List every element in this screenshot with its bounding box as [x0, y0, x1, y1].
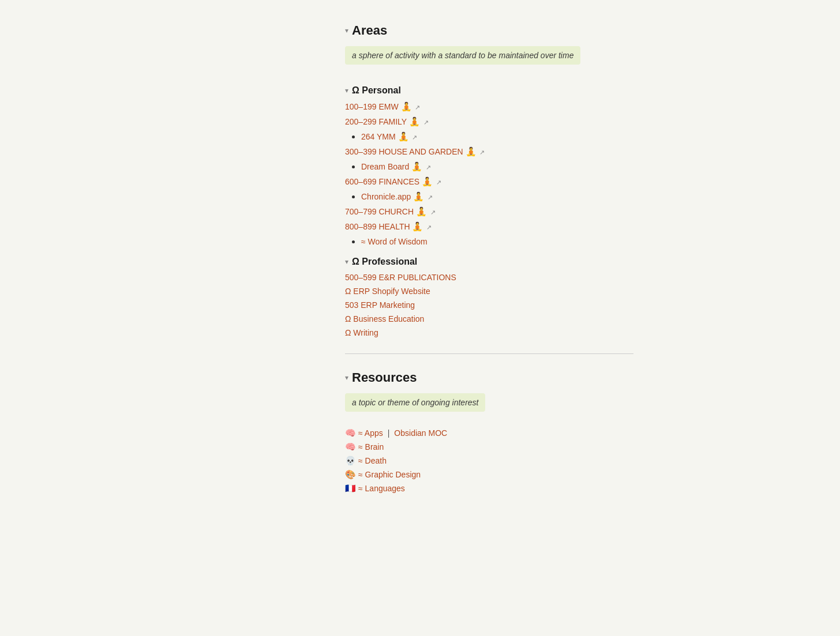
- external-300: ↗: [479, 149, 485, 156]
- resource-death: 💀 ≈ Death: [345, 456, 633, 466]
- link-264-ymm[interactable]: 264 YMM 🧘 ↗: [361, 132, 417, 141]
- resources-definition: a topic or theme of ongoing interest: [345, 393, 485, 412]
- personal-header: ▾ Ω Personal: [345, 85, 633, 96]
- professional-header: ▾ Ω Professional: [345, 257, 633, 267]
- list-item-word-of-wisdom: ≈ Word of Wisdom: [361, 236, 633, 246]
- separator-apps: |: [388, 428, 390, 438]
- link-brain[interactable]: ≈ Brain: [358, 442, 384, 451]
- external-200: ↗: [423, 119, 429, 126]
- external-dream: ↗: [426, 164, 431, 171]
- link-languages[interactable]: ≈ Languages: [358, 484, 405, 493]
- resources-links: 🧠 ≈ Apps | Obsidian MOC 🧠 ≈ Brain 💀 ≈ De…: [345, 428, 633, 494]
- emoji-200: 🧘: [409, 116, 420, 126]
- resource-brain: 🧠 ≈ Brain: [345, 442, 633, 452]
- link-apps[interactable]: ≈ Apps: [358, 428, 383, 438]
- external-100: ↗: [415, 104, 420, 111]
- family-children: 264 YMM 🧘 ↗: [345, 131, 633, 142]
- resources-chevron[interactable]: ▾: [345, 374, 348, 382]
- emoji-600: 🧘: [422, 176, 433, 186]
- link-600-699[interactable]: 600–699 FINANCES 🧘 ↗: [345, 176, 633, 187]
- link-business-education[interactable]: Ω Business Education: [345, 314, 633, 323]
- link-200-299[interactable]: 200–299 FAMILY 🧘 ↗: [345, 116, 633, 127]
- resource-apps: 🧠 ≈ Apps | Obsidian MOC: [345, 428, 633, 438]
- external-chronicle: ↗: [427, 194, 433, 201]
- areas-chevron[interactable]: ▾: [345, 27, 348, 35]
- professional-title: Ω Professional: [352, 257, 417, 267]
- emoji-300: 🧘: [466, 146, 477, 156]
- page-container: ▾ Areas a sphere of activity with a stan…: [195, 23, 645, 494]
- garden-children: Dream Board 🧘 ↗: [345, 161, 633, 172]
- list-item-dream-board: Dream Board 🧘 ↗: [361, 161, 633, 172]
- areas-header: ▾ Areas: [345, 23, 633, 38]
- external-600: ↗: [436, 179, 441, 186]
- link-chronicle[interactable]: Chronicle.app 🧘 ↗: [361, 192, 433, 201]
- resource-languages: 🇫🇷 ≈ Languages: [345, 483, 633, 494]
- health-children: ≈ Word of Wisdom: [345, 236, 633, 246]
- link-obsidian-moc[interactable]: Obsidian MOC: [394, 428, 447, 438]
- link-700-799[interactable]: 700–799 CHURCH 🧘 ↗: [345, 206, 633, 217]
- external-700: ↗: [430, 209, 436, 216]
- personal-chevron[interactable]: ▾: [345, 86, 348, 95]
- list-item-chronicle: Chronicle.app 🧘 ↗: [361, 191, 633, 202]
- emoji-800: 🧘: [412, 221, 423, 231]
- personal-title: Ω Personal: [352, 85, 401, 96]
- areas-section: ▾ Areas a sphere of activity with a stan…: [345, 23, 633, 337]
- external-800: ↗: [426, 224, 432, 231]
- finances-children: Chronicle.app 🧘 ↗: [345, 191, 633, 202]
- emoji-700: 🧘: [416, 206, 427, 216]
- link-500-599[interactable]: 500–599 E&R PUBLICATIONS: [345, 273, 633, 282]
- resources-header: ▾ Resources: [345, 370, 633, 385]
- languages-emoji: 🇫🇷: [345, 483, 356, 494]
- link-writing[interactable]: Ω Writing: [345, 328, 633, 337]
- link-800-899[interactable]: 800–899 HEALTH 🧘 ↗: [345, 221, 633, 232]
- professional-chevron[interactable]: ▾: [345, 258, 348, 266]
- areas-definition: a sphere of activity with a standard to …: [345, 46, 580, 65]
- link-erp-shopify[interactable]: Ω ERP Shopify Website: [345, 287, 633, 296]
- death-emoji: 💀: [345, 456, 356, 466]
- section-divider: [345, 353, 633, 354]
- link-word-of-wisdom[interactable]: ≈ Word of Wisdom: [361, 237, 427, 246]
- graphic-design-emoji: 🎨: [345, 469, 356, 480]
- link-graphic-design[interactable]: ≈ Graphic Design: [358, 470, 421, 479]
- resources-title: Resources: [352, 370, 417, 385]
- professional-links: 500–599 E&R PUBLICATIONS Ω ERP Shopify W…: [345, 273, 633, 337]
- link-300-399[interactable]: 300–399 HOUSE AND GARDEN 🧘 ↗: [345, 146, 633, 157]
- brain-emoji: 🧠: [345, 442, 356, 452]
- list-item-264: 264 YMM 🧘 ↗: [361, 131, 633, 142]
- areas-title: Areas: [352, 23, 387, 38]
- link-dream-board[interactable]: Dream Board 🧘 ↗: [361, 162, 431, 171]
- link-death[interactable]: ≈ Death: [358, 456, 387, 465]
- link-503-erp[interactable]: 503 ERP Marketing: [345, 300, 633, 310]
- external-264: ↗: [412, 134, 417, 141]
- resources-section: ▾ Resources a topic or theme of ongoing …: [345, 370, 633, 494]
- apps-emoji: 🧠: [345, 428, 356, 438]
- link-100-199[interactable]: 100–199 EMW 🧘 ↗: [345, 101, 633, 112]
- personal-links: 100–199 EMW 🧘 ↗ 200–299 FAMILY 🧘 ↗ 264 Y…: [345, 101, 633, 246]
- emoji-100: 🧘: [401, 101, 412, 111]
- resource-graphic-design: 🎨 ≈ Graphic Design: [345, 469, 633, 480]
